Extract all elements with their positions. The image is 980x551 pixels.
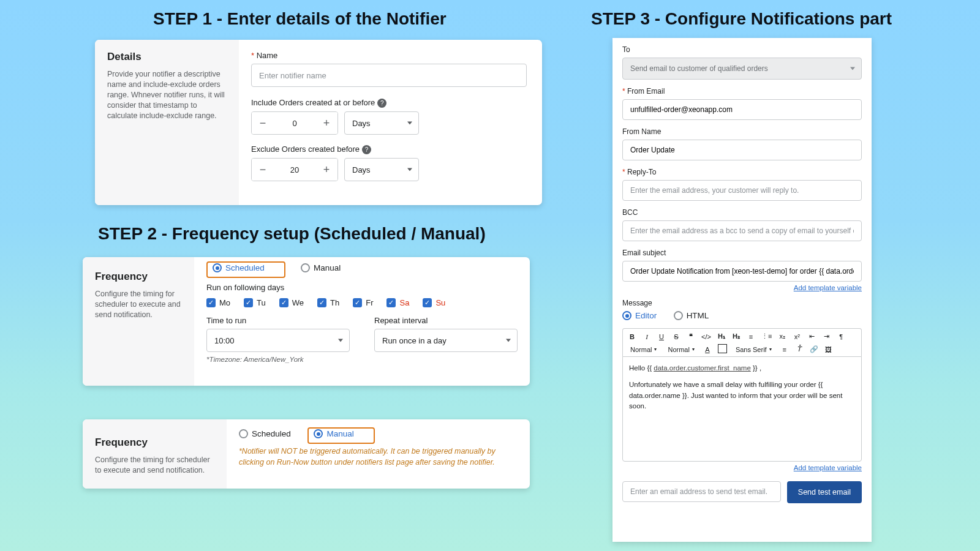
message-label: Message <box>622 299 862 307</box>
to-select[interactable]: Send email to customer of qualified orde… <box>622 58 862 80</box>
radio-manual[interactable]: Manual <box>301 263 341 272</box>
editor-text: }} , <box>751 364 761 372</box>
subject-input[interactable] <box>622 261 862 282</box>
help-icon[interactable]: ? <box>362 145 371 154</box>
step2b-sidebar: Frequency Configure the timing for sched… <box>83 419 227 489</box>
reply-to-input[interactable] <box>622 180 862 201</box>
help-icon[interactable]: ? <box>377 99 386 108</box>
clear-format-icon[interactable]: T̽ <box>795 345 804 353</box>
test-email-input[interactable] <box>622 481 781 502</box>
include-row: − 0 + Days <box>251 111 530 135</box>
exclude-increment-button[interactable]: + <box>315 159 337 181</box>
italic-icon[interactable]: I <box>643 333 651 340</box>
bcc-label: BCC <box>622 208 862 217</box>
ul-icon[interactable]: ⋮≡ <box>761 332 772 340</box>
day-we[interactable]: ✓We <box>279 298 304 307</box>
timezone-note: *Timezone: America/New_York <box>206 356 518 363</box>
font-select[interactable]: Sans Serif ▾ <box>733 346 774 353</box>
radio-scheduled-off[interactable]: Scheduled <box>239 429 291 438</box>
scheduled-highlight: Scheduled <box>206 261 285 278</box>
code-icon[interactable]: </> <box>701 333 711 340</box>
radio-editor[interactable]: Editor <box>622 311 657 320</box>
align-icon[interactable]: ≡ <box>780 346 789 353</box>
exclude-unit-select[interactable]: Days <box>344 158 419 181</box>
ol-icon[interactable]: ≡ <box>747 333 755 340</box>
reply-to-label: Reply-To <box>622 168 862 176</box>
repeat-select[interactable]: Run once in a day <box>374 329 518 352</box>
manual-highlight: Manual <box>307 427 374 444</box>
sub-icon[interactable]: x₂ <box>778 332 786 340</box>
quote-icon[interactable]: ❝ <box>687 332 695 340</box>
repeat-label: Repeat interval <box>374 316 518 325</box>
day-checkbox-row: ✓Mo ✓Tu ✓We ✓Th ✓Fr ✓Sa ✓Su <box>206 298 518 307</box>
bold-icon[interactable]: B <box>628 333 636 340</box>
checkbox-icon: ✓ <box>386 298 396 307</box>
indent-icon[interactable]: ⇥ <box>822 332 831 340</box>
step1-panel: Details Provide your notifier a descript… <box>95 40 542 205</box>
notifier-name-input[interactable] <box>251 64 527 87</box>
step2a-sidebar-title: Frequency <box>95 271 182 283</box>
format-select-1[interactable]: Normal ▾ <box>628 346 659 353</box>
exclude-row: − 20 + Days <box>251 158 530 181</box>
bcc-input[interactable] <box>622 220 862 241</box>
send-test-button[interactable]: Send test email <box>787 481 862 503</box>
rtl-icon[interactable]: ¶ <box>837 333 845 340</box>
outdent-icon[interactable]: ⇤ <box>807 332 816 340</box>
from-email-input[interactable] <box>622 99 862 120</box>
step1-heading: STEP 1 - Enter details of the Notifier <box>153 9 447 29</box>
from-email-label: From Email <box>622 87 862 96</box>
step2b-form: Scheduled Manual *Notifier will NOT be t… <box>227 419 530 489</box>
include-unit-select[interactable]: Days <box>344 111 419 135</box>
day-th[interactable]: ✓Th <box>317 298 339 307</box>
strike-icon[interactable]: S <box>672 333 680 340</box>
step1-sidebar-title: Details <box>107 51 227 63</box>
day-tu[interactable]: ✓Tu <box>244 298 266 307</box>
from-name-input[interactable] <box>622 140 862 160</box>
sup-icon[interactable]: x² <box>793 333 801 340</box>
step2a-form: Scheduled Manual Run on following days ✓… <box>194 257 530 386</box>
message-editor[interactable]: Hello {{ data.order.customer.first_name … <box>622 356 862 462</box>
step3-panel: To Send email to customer of qualified o… <box>612 38 872 542</box>
exclude-decrement-button[interactable]: − <box>252 159 274 181</box>
step1-sidebar: Details Provide your notifier a descript… <box>95 40 239 205</box>
checkbox-icon: ✓ <box>206 298 216 307</box>
day-su[interactable]: ✓Su <box>423 298 445 307</box>
checkbox-icon: ✓ <box>353 298 362 307</box>
chevron-down-icon <box>407 122 412 125</box>
exclude-label: Exclude Orders created before? <box>251 144 530 154</box>
include-value[interactable]: 0 <box>274 112 315 134</box>
chevron-down-icon <box>850 67 855 70</box>
radio-html[interactable]: HTML <box>674 311 709 320</box>
text-color-icon[interactable]: A <box>703 346 712 353</box>
from-name-label: From Name <box>622 127 862 136</box>
include-increment-button[interactable]: + <box>315 112 337 134</box>
checkbox-icon: ✓ <box>244 298 253 307</box>
image-icon[interactable]: 🖼 <box>824 346 833 353</box>
format-select-2[interactable]: Normal ▾ <box>665 346 696 353</box>
exclude-stepper: − 20 + <box>251 158 338 181</box>
include-decrement-button[interactable]: − <box>252 112 274 134</box>
editor-text: Unfortunately we have a small delay with… <box>629 380 855 411</box>
day-mo[interactable]: ✓Mo <box>206 298 230 307</box>
bg-color-icon[interactable] <box>718 344 727 354</box>
step2-heading: STEP 2 - Frequency setup (Scheduled / Ma… <box>98 224 486 244</box>
exclude-value[interactable]: 20 <box>274 159 315 181</box>
radio-scheduled[interactable]: Scheduled <box>213 263 265 272</box>
h1-icon[interactable]: H₁ <box>717 332 726 340</box>
underline-icon[interactable]: U <box>657 333 666 340</box>
chevron-down-icon <box>506 339 511 342</box>
time-select[interactable]: 10:00 <box>206 329 350 352</box>
checkbox-icon: ✓ <box>317 298 326 307</box>
h2-icon[interactable]: H₂ <box>732 332 741 340</box>
editor-text: Hello {{ <box>629 364 654 372</box>
add-template-link-2[interactable]: Add template variable <box>794 464 862 471</box>
run-days-label: Run on following days <box>206 283 518 292</box>
link-icon[interactable]: 🔗 <box>810 345 818 353</box>
step1-form: Name Include Orders created at or before… <box>239 40 542 205</box>
radio-manual-on[interactable]: Manual <box>314 429 353 438</box>
day-sa[interactable]: ✓Sa <box>386 298 409 307</box>
step1-sidebar-desc: Provide your notifier a descriptive name… <box>107 69 227 121</box>
add-template-link-1[interactable]: Add template variable <box>794 284 862 291</box>
include-label: Include Orders created at or before? <box>251 98 530 108</box>
day-fr[interactable]: ✓Fr <box>353 298 373 307</box>
